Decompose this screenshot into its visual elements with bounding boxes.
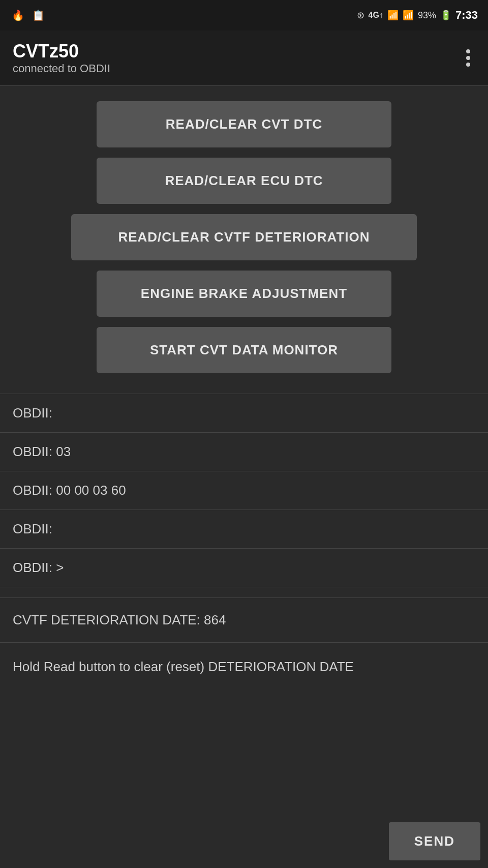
- battery-percentage: 93%: [418, 10, 436, 21]
- log-row: OBDII:: [0, 510, 488, 548]
- signal1-icon: 📶: [387, 10, 399, 21]
- network-4g-icon: 4G↑: [369, 11, 383, 20]
- menu-dot-3: [466, 63, 470, 67]
- read-clear-cvt-dtc-button[interactable]: READ/CLEAR CVT DTC: [97, 101, 391, 147]
- engine-brake-adjustment-button[interactable]: ENGINE BRAKE ADJUSTMENT: [97, 271, 391, 317]
- menu-dot-1: [466, 49, 470, 53]
- app-subtitle: connected to OBDII: [13, 62, 110, 75]
- more-options-button[interactable]: [461, 44, 475, 72]
- status-bar: 🔥 📋 ⊛ 4G↑ 📶 📶 93% 🔋 7:33: [0, 0, 488, 31]
- log-row: OBDII: 03: [0, 432, 488, 471]
- bluetooth-icon: ⊛: [357, 10, 364, 21]
- menu-dot-2: [466, 56, 470, 60]
- info-row: Hold Read button to clear (reset) DETERI…: [0, 642, 488, 691]
- signal2-icon: 📶: [403, 10, 414, 21]
- flame-icon: 🔥: [10, 8, 25, 23]
- start-cvt-data-monitor-button[interactable]: START CVT DATA MONITOR: [97, 327, 391, 373]
- send-button[interactable]: SEND: [389, 822, 480, 860]
- app-header: CVTz50 connected to OBDII: [0, 31, 488, 86]
- log-row: OBDII:: [0, 394, 488, 432]
- time-display: 7:33: [455, 9, 478, 22]
- battery-icon: 🔋: [440, 10, 451, 21]
- data-log: OBDII:OBDII: 03OBDII: 00 00 03 60OBDII:O…: [0, 394, 488, 587]
- log-row: OBDII: 00 00 03 60: [0, 471, 488, 510]
- log-row: OBDII: >: [0, 548, 488, 587]
- read-clear-cvtf-button[interactable]: READ/CLEAR CVTF DETERIORATION: [71, 214, 417, 260]
- status-bar-right: ⊛ 4G↑ 📶 📶 93% 🔋 7:33: [357, 9, 478, 22]
- status-bar-left: 🔥 📋: [10, 8, 46, 23]
- app-title: CVTz50: [13, 41, 110, 62]
- info-row: CVTF DETERIORATION DATE: 864: [0, 597, 488, 642]
- info-section: CVTF DETERIORATION DATE: 864Hold Read bu…: [0, 597, 488, 691]
- read-clear-ecu-dtc-button[interactable]: READ/CLEAR ECU DTC: [97, 158, 391, 204]
- app-title-section: CVTz50 connected to OBDII: [13, 41, 110, 75]
- send-button-container: SEND: [381, 815, 488, 868]
- main-content: READ/CLEAR CVT DTC READ/CLEAR ECU DTC RE…: [0, 86, 488, 388]
- clipboard-icon: 📋: [30, 8, 46, 23]
